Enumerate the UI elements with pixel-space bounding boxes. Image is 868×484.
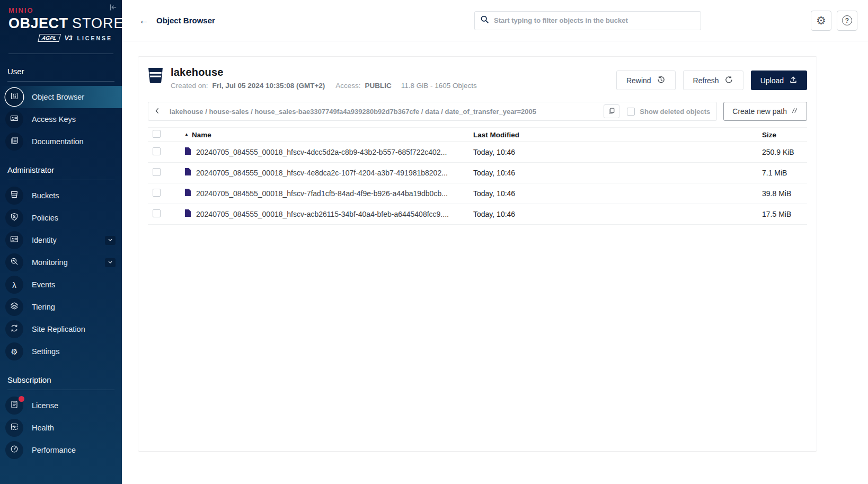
copy-path-button[interactable] [604,104,619,118]
sidebar-item-performance[interactable]: Performance [0,439,122,461]
path-back-button[interactable] [150,104,164,119]
column-header-last-modified[interactable]: Last Modified [473,131,762,139]
created-on-value: Fri, Jul 05 2024 10:35:08 (GMT+2) [212,82,325,90]
show-deleted-toggle: Show deleted objects [625,108,710,116]
show-deleted-label: Show deleted objects [640,108,710,116]
row-checkbox[interactable] [153,209,161,217]
sidebar-item-label: Policies [32,214,116,222]
agpl-badge: AGPL [38,34,61,42]
column-header-size[interactable]: Size [762,131,813,139]
table-row[interactable]: 20240705_084555_00018_hfscv-4dcc5d2a-c8b… [148,142,807,163]
minio-brand: MINIO [8,6,113,14]
search-input[interactable] [494,16,695,24]
agpl-version: V3 [65,34,73,42]
buckets-icon [10,190,19,201]
sidebar-section-subscription: Subscription License [0,363,122,461]
logo-word-store: STORE [72,15,122,31]
sidebar-item-label: Health [32,424,116,432]
sidebar-item-monitoring[interactable]: Monitoring [0,251,122,274]
bucket-name: lakehouse [171,66,477,78]
select-all-checkbox[interactable] [153,130,161,138]
upload-button[interactable]: Upload [751,71,807,90]
chevron-down-icon[interactable] [105,258,116,267]
rewind-button[interactable]: Rewind [616,71,676,90]
sidebar-item-access-keys[interactable]: Access Keys [0,108,122,130]
file-icon [184,168,191,178]
table-row[interactable]: 20240705_084555_00018_hfscv-acb26115-34b… [148,204,807,225]
license-label: LICENSE [77,35,112,41]
refresh-button[interactable]: Refresh [683,71,743,90]
refresh-icon [724,75,733,86]
table-row[interactable]: 20240705_084555_00018_hfscv-7fad1cf5-84a… [148,183,807,204]
sidebar-item-license[interactable]: License [0,394,122,417]
access-keys-icon [10,114,19,125]
object-size: 7.1 MiB [762,169,813,177]
row-checkbox[interactable] [153,147,161,155]
sidebar-item-label: Monitoring [32,258,96,267]
upload-label: Upload [760,76,784,85]
sidebar-item-label: License [32,401,116,410]
sidebar-item-object-browser[interactable]: Object Browser [0,86,122,108]
rewind-label: Rewind [626,76,651,85]
bucket-icon [148,67,163,86]
logo-word-object: OBJECT [8,15,68,31]
sort-asc-icon[interactable]: ▲ [184,132,189,137]
license-icon [10,400,19,411]
sidebar-item-policies[interactable]: Policies [0,207,122,229]
create-new-path-button[interactable]: Create new path [723,102,807,121]
path-row: lakehouse / house-sales / house_sales-ba… [148,102,807,121]
sidebar-item-documentation[interactable]: Documentation [0,130,122,153]
help-button[interactable]: ? [837,11,857,31]
create-path-icon [791,107,798,116]
object-name[interactable]: 20240705_084555_00018_hfscv-4dcc5d2a-c8b… [196,148,447,156]
identity-icon [10,235,19,245]
object-size: 250.9 KiB [762,148,813,156]
settings-button[interactable]: ⚙ [811,11,831,31]
chevron-down-icon[interactable] [105,236,116,245]
sidebar-item-tiering[interactable]: Tiering [0,296,122,318]
table-row[interactable]: 20240705_084555_00018_hfscv-4e8dca2c-107… [148,163,807,183]
chevron-left-icon [154,107,161,117]
object-name[interactable]: 20240705_084555_00018_hfscv-acb26115-34b… [196,210,449,218]
sidebar-item-health[interactable]: Health [0,417,122,439]
access-value: PUBLIC [365,82,392,90]
sidebar-item-site-replication[interactable]: Site Replication [0,318,122,340]
tiering-icon [10,302,19,312]
sidebar-item-label: Settings [32,347,116,356]
license-row: AGPL V3 LICENSE [8,34,113,42]
object-browser-icon [10,92,19,102]
gear-icon: ⚙ [816,15,826,26]
object-name[interactable]: 20240705_084555_00018_hfscv-7fad1cf5-84a… [196,189,448,198]
object-name[interactable]: 20240705_084555_00018_hfscv-4e8dca2c-107… [196,169,448,177]
rewind-icon [657,75,666,86]
sidebar: MINIO OBJECT STORE AGPL V3 LICENSE User [0,0,122,484]
sidebar-item-label: Events [32,280,116,289]
collapse-sidebar-icon[interactable] [108,3,118,13]
sidebar-item-label: Buckets [32,191,116,200]
sidebar-item-settings[interactable]: ⚙ Settings [0,340,122,363]
bucket-header: lakehouse Created on: Fri, Jul 05 2024 1… [147,65,808,98]
back-arrow-icon[interactable]: ← [139,15,149,27]
help-icon: ? [842,15,852,25]
license-notification-dot [19,396,24,402]
column-header-name[interactable]: Name [192,131,211,139]
object-filter-box [474,11,701,30]
health-icon [10,423,19,433]
row-checkbox[interactable] [153,168,161,176]
content-area: lakehouse Created on: Fri, Jul 05 2024 1… [122,41,868,484]
access-label: Access: [335,82,360,90]
sidebar-item-label: Identity [32,236,96,244]
row-checkbox[interactable] [153,189,161,197]
sidebar-item-buckets[interactable]: Buckets [0,184,122,207]
sidebar-item-label: Access Keys [32,115,116,124]
object-modified: Today, 10:46 [473,210,762,218]
section-label-user: User [0,54,122,81]
object-modified: Today, 10:46 [473,169,762,177]
sidebar-item-identity[interactable]: Identity [0,229,122,251]
logo-area: MINIO OBJECT STORE AGPL V3 LICENSE [0,0,122,49]
copy-icon [608,107,615,116]
show-deleted-checkbox[interactable] [627,108,635,116]
sidebar-item-events[interactable]: λ Events [0,274,122,296]
sidebar-item-label: Performance [32,446,116,454]
breadcrumb[interactable]: lakehouse / house-sales / house_sales-ba… [170,108,598,116]
